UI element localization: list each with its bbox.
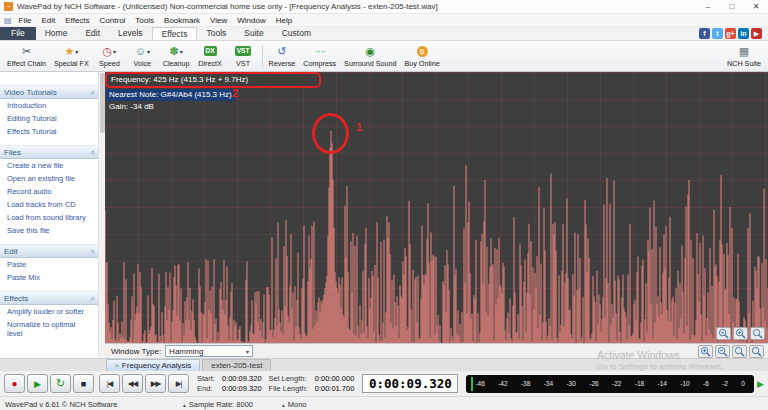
go-to-start-button[interactable]: |◀ (99, 374, 120, 393)
menu-item[interactable]: Help (271, 16, 297, 25)
ribbon-tab-tools[interactable]: Tools (197, 27, 235, 40)
menu-item[interactable]: Control (95, 16, 131, 25)
window-type-select[interactable]: Hamming ▾ (165, 345, 253, 357)
ribbon-tab-home[interactable]: Home (36, 27, 77, 40)
sidebar-scrollbar[interactable] (98, 72, 105, 358)
toolbar-label: DirectX (198, 59, 222, 68)
collapse-chevron-icon[interactable]: » (87, 296, 96, 300)
surround-sound-button[interactable]: ◉ Surround Sound (340, 42, 400, 70)
youtube-icon[interactable]: ▶ (751, 28, 762, 39)
go-to-end-button[interactable]: ▶| (168, 374, 189, 393)
tab-frequency-analysis[interactable]: ≈ Frequency Analysis (106, 359, 200, 371)
special-fx-button[interactable]: ★▾ Special FX (50, 42, 93, 70)
menu-item[interactable]: Tools (130, 16, 159, 25)
reverse-button[interactable]: ↺ Reverse (265, 42, 300, 70)
effect-chain-button[interactable]: ✂ Effect Chain (3, 42, 50, 70)
collapse-chevron-icon[interactable]: » (87, 90, 96, 94)
sidebar-item[interactable]: Editing Tutorial (0, 112, 98, 125)
sidebar-item[interactable]: Record audio (0, 185, 98, 198)
ribbon-tab-custom[interactable]: Custom (273, 27, 320, 40)
vst-button[interactable]: VST VST (227, 42, 260, 70)
sidebar-item[interactable]: Amplify louder or softer (0, 305, 98, 318)
section-header-video-tutorials[interactable]: Video Tutorials » (0, 85, 98, 99)
sidebar-item[interactable]: Paste Mix (0, 271, 98, 284)
stop-button[interactable]: ■ (73, 374, 94, 393)
linkedin-icon[interactable]: in (738, 28, 749, 39)
menu-item[interactable]: Edit (36, 16, 60, 25)
zoom-full-button[interactable] (749, 345, 764, 358)
zoom-in-button[interactable] (698, 345, 713, 358)
tab-exten-205-test[interactable]: exten-205-test (202, 359, 271, 371)
record-button[interactable]: ● (4, 374, 25, 393)
level-meter: -46-42-38-34-30-26-22-18-14-10-6-20 (466, 375, 754, 393)
minimize-button[interactable]: – (696, 0, 720, 13)
collapse-chevron-icon[interactable]: » (87, 249, 96, 253)
play-button[interactable]: ▶ (27, 374, 48, 393)
dropdown-arrow-icon: ▾ (113, 48, 116, 55)
voice-button[interactable]: ☺▾ Voice (126, 42, 159, 70)
sidebar-item[interactable]: Open an existing file (0, 172, 98, 185)
sidebar-item[interactable]: Introduction (0, 99, 98, 112)
facebook-icon[interactable]: f (699, 28, 710, 39)
close-button[interactable]: ✕ (744, 0, 768, 13)
menu-item[interactable]: File (14, 16, 37, 25)
section-header-files[interactable]: Files » (0, 145, 98, 159)
fast-forward-button[interactable]: ▶▶ (145, 374, 166, 393)
loop-play-button[interactable]: ↻ (50, 374, 71, 393)
directx-button[interactable]: DX DirectX (194, 42, 227, 70)
sidebar-item[interactable]: Normalize to optimal level (0, 318, 98, 340)
twitter-icon[interactable]: t (712, 28, 723, 39)
zoom-out-button[interactable] (715, 345, 730, 358)
section-header-effects[interactable]: Effects » (0, 291, 98, 305)
zoom-full-button[interactable] (750, 327, 765, 340)
transport-bar: ● ▶ ↻ ■ |◀ ◀◀ ▶▶ ▶| Start: 0:00:09.320 S… (0, 371, 768, 396)
sidebar-item[interactable]: Load tracks from CD (0, 198, 98, 211)
scrollbar-thumb[interactable] (100, 73, 105, 133)
rewind-button[interactable]: ◀◀ (122, 374, 143, 393)
reverse-icon: ↺ (277, 45, 286, 57)
maximize-button[interactable]: □ (720, 0, 744, 13)
selection-times: Start: 0:00:09.320 Sel Length: 0:00:00.0… (197, 374, 354, 393)
collapse-chevron-icon[interactable]: » (87, 150, 96, 154)
frequency-analysis-plot[interactable]: Frequency: 425 Hz (415.3 Hz + 9.7Hz) Nea… (105, 72, 768, 343)
app-icon: ~ (4, 2, 13, 11)
meter-level-indicator (471, 377, 473, 391)
document-icon: ▤ (4, 16, 12, 25)
menu-item[interactable]: Effects (60, 16, 94, 25)
zoom-selection-button[interactable] (732, 345, 747, 358)
menu-item[interactable]: Window (232, 16, 270, 25)
compress-button[interactable]: →← Compress (299, 42, 340, 70)
channels-field[interactable]: ▴Mono (282, 400, 307, 409)
menu-item[interactable]: View (205, 16, 232, 25)
buy-online-button[interactable]: $ Buy Online (400, 42, 443, 70)
sidebar-item[interactable]: Create a new file (0, 159, 98, 172)
document-tab-bar: ≈ Frequency Analysis exten-205-test (0, 358, 768, 371)
sidebar-item[interactable]: Load from sound library (0, 211, 98, 224)
section-header-edit[interactable]: Edit » (0, 244, 98, 258)
ribbon-tab-effects[interactable]: Effects (152, 27, 198, 40)
sidebar-item[interactable]: Save this file (0, 224, 98, 237)
cleanup-button[interactable]: ✽▾ Cleanup (159, 42, 194, 70)
ribbon-tab-file[interactable]: File (0, 27, 36, 40)
google-plus-icon[interactable]: g+ (725, 28, 736, 39)
zoom-in-button[interactable] (733, 327, 748, 340)
nch-suite-button[interactable]: ▦ NCH Suite (723, 42, 765, 70)
directx-icon: DX (204, 46, 217, 56)
meter-tick-label: -34 (544, 380, 553, 387)
sidebar-item[interactable]: Paste (0, 258, 98, 271)
zoom-out-button[interactable] (716, 327, 731, 340)
menu-item[interactable]: Bookmark (159, 16, 205, 25)
sidebar-item[interactable]: Effects Tutorial (0, 125, 98, 138)
speed-button[interactable]: ◷▾ Speed (93, 42, 126, 70)
toolbar-separator (262, 45, 263, 67)
meter-tick-label: -30 (566, 380, 575, 387)
title-bar: ~ WavePad by NCH Software - (Unlicensed)… (0, 0, 768, 14)
effect-chain-icon: ✂ (22, 45, 31, 57)
ribbon-tab-levels[interactable]: Levels (109, 27, 152, 40)
ribbon-tab-edit[interactable]: Edit (76, 27, 109, 40)
section-title: Edit (4, 247, 18, 256)
sample-rate-field[interactable]: ▴Sample Rate: 8000 (183, 400, 253, 409)
ribbon-tab-suite[interactable]: Suite (235, 27, 272, 40)
file-length-label: File Length: (269, 384, 308, 393)
sel-length-label: Sel Length: (269, 374, 308, 383)
